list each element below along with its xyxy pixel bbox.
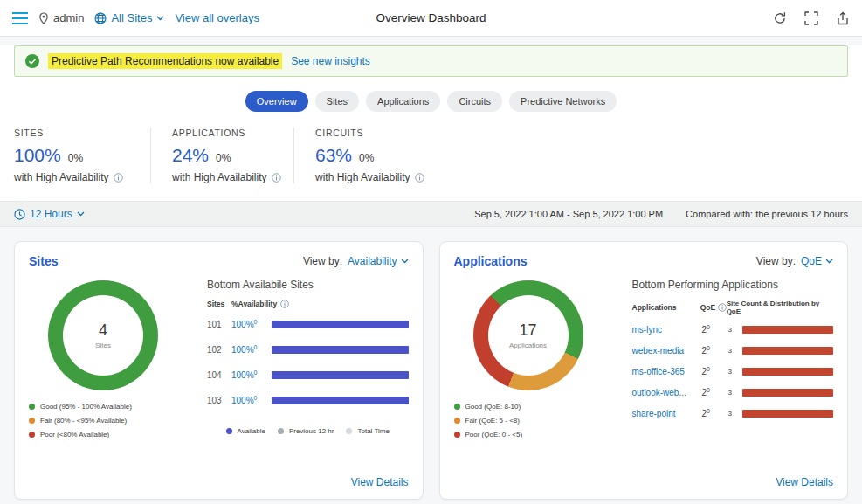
availability-bar bbox=[272, 346, 409, 354]
legend-poor: Poor (<80% Available) bbox=[29, 431, 193, 438]
legend-total-time: Total Time bbox=[346, 427, 389, 435]
legend-label: Fair (80% - <95% Available) bbox=[40, 417, 127, 425]
stat-label: CIRCUITS bbox=[315, 128, 437, 138]
availability-value: 100% bbox=[231, 321, 254, 330]
previous-dot-icon bbox=[278, 428, 284, 434]
legend-good: Good (QoE: 8-10) bbox=[454, 403, 618, 411]
app-name-link[interactable]: ms-office-365 bbox=[632, 367, 702, 376]
site-selector[interactable]: All Sites bbox=[94, 11, 164, 24]
refresh-icon[interactable] bbox=[773, 11, 787, 25]
available-dot-icon bbox=[226, 428, 232, 434]
compare-text: Compared with: the previous 12 hours bbox=[686, 209, 848, 219]
stat-circuits: CIRCUITS 63% 0% with High Availability bbox=[293, 128, 437, 183]
summary-stats: SITES 100% 0% with High Availability APP… bbox=[0, 124, 862, 201]
table-row[interactable]: 104 100%0 bbox=[207, 362, 409, 388]
table-row[interactable]: 101 100%0 bbox=[207, 312, 409, 337]
qoe-distribution-bar bbox=[742, 410, 834, 418]
qoe-distribution-bar bbox=[742, 368, 834, 376]
table-row[interactable]: webex-media 20 3 bbox=[632, 340, 834, 361]
applications-view-details-link[interactable]: View Details bbox=[776, 476, 833, 488]
view-by-availability-dropdown[interactable]: Availability bbox=[348, 255, 408, 267]
legend-label: Good (QoE: 8-10) bbox=[465, 403, 521, 411]
table-row[interactable]: share-point 20 3 bbox=[632, 403, 834, 424]
user-indicator[interactable]: admin bbox=[38, 11, 84, 24]
legend-label: Poor (<80% Available) bbox=[40, 431, 109, 438]
tab-sites[interactable]: Sites bbox=[315, 91, 359, 112]
table-row[interactable]: ms-office-365 20 3 bbox=[632, 361, 834, 382]
menu-icon[interactable] bbox=[12, 12, 28, 24]
app-name-link[interactable]: ms-lync bbox=[632, 325, 702, 335]
apps-donut-value: 17 bbox=[519, 321, 536, 340]
stat-caption: with High Availability bbox=[315, 171, 410, 183]
check-circle-icon bbox=[25, 54, 39, 68]
stat-sites: SITES 100% 0% with High Availability bbox=[14, 128, 150, 183]
apps-donut-label: Applications bbox=[509, 342, 547, 349]
availability-bar bbox=[272, 321, 409, 328]
time-range-selector[interactable]: 12 Hours bbox=[14, 208, 85, 220]
view-by-value: Availability bbox=[348, 255, 397, 267]
info-icon[interactable] bbox=[114, 173, 123, 183]
legend-label: Total Time bbox=[357, 427, 389, 435]
sites-view-details-link[interactable]: View Details bbox=[351, 476, 409, 488]
good-dot-icon bbox=[454, 404, 460, 410]
legend-good: Good (95% - 100% Available) bbox=[29, 403, 193, 411]
legend-fair: Fair (QoE: 5 - <8) bbox=[454, 417, 618, 425]
chevron-down-icon bbox=[401, 259, 409, 264]
sites-donut-label: Sites bbox=[95, 342, 111, 349]
site-id: 102 bbox=[207, 345, 231, 355]
view-by-label: View by: bbox=[756, 255, 796, 267]
view-all-overlays-link[interactable]: View all overlays bbox=[175, 11, 259, 24]
sites-card-title: Sites bbox=[29, 254, 58, 268]
stat-delta: 0% bbox=[359, 152, 374, 164]
qoe-distribution-bar bbox=[742, 326, 834, 334]
applications-donut-chart[interactable]: 17 Applications bbox=[473, 280, 583, 390]
legend-available: Available bbox=[226, 427, 265, 435]
export-icon[interactable] bbox=[836, 11, 850, 25]
see-new-insights-link[interactable]: See new insights bbox=[291, 55, 370, 67]
tab-circuits[interactable]: Circuits bbox=[447, 91, 502, 112]
tab-applications[interactable]: Applications bbox=[366, 91, 440, 112]
fair-dot-icon bbox=[29, 418, 35, 424]
poor-dot-icon bbox=[454, 432, 460, 438]
stat-label: APPLICATIONS bbox=[172, 128, 293, 138]
availability-value: 100% bbox=[231, 346, 254, 356]
stat-delta: 0% bbox=[216, 152, 231, 164]
table-row[interactable]: 102 100%0 bbox=[207, 337, 409, 362]
fullscreen-icon[interactable] bbox=[804, 11, 818, 25]
info-icon[interactable] bbox=[272, 173, 281, 183]
time-range-label: 12 Hours bbox=[30, 208, 72, 220]
chevron-down-icon bbox=[825, 259, 833, 264]
stat-applications: APPLICATIONS 24% 0% with High Availabili… bbox=[150, 128, 293, 183]
qoe-sup: 0 bbox=[707, 345, 710, 351]
info-icon[interactable] bbox=[718, 303, 727, 312]
app-name-link[interactable]: share-point bbox=[632, 409, 702, 418]
chevron-down-icon bbox=[77, 211, 85, 217]
qoe-sup: 0 bbox=[707, 408, 710, 414]
app-name-link[interactable]: outlook-web... bbox=[632, 388, 702, 397]
info-icon[interactable] bbox=[415, 173, 424, 183]
app-name-link[interactable]: webex-media bbox=[632, 346, 702, 356]
stat-caption: with High Availability bbox=[14, 171, 109, 183]
col-applications: Applications bbox=[632, 303, 700, 312]
stat-delta: 0% bbox=[68, 152, 83, 164]
table-row[interactable]: ms-lync 20 3 bbox=[632, 319, 834, 340]
top-navigation-bar: admin All Sites View all overlays Overvi… bbox=[0, 0, 862, 37]
sites-donut-chart[interactable]: 4 Sites bbox=[48, 280, 158, 390]
tab-predictive-networks[interactable]: Predictive Networks bbox=[509, 91, 617, 112]
view-by-qoe-dropdown[interactable]: QoE bbox=[801, 255, 833, 267]
qoe-sup: 0 bbox=[707, 387, 710, 393]
fair-dot-icon bbox=[454, 418, 460, 424]
site-id: 104 bbox=[207, 370, 231, 380]
table-row[interactable]: outlook-web... 20 3 bbox=[632, 382, 834, 403]
table-row[interactable]: 103 100%0 bbox=[207, 388, 409, 413]
tab-overview[interactable]: Overview bbox=[245, 91, 308, 112]
applications-card: Applications View by: QoE 17 Application… bbox=[439, 241, 849, 500]
availability-value: 100% bbox=[231, 397, 254, 406]
sites-card: Sites View by: Availability 4 Sites bbox=[14, 241, 424, 500]
site-id: 101 bbox=[207, 320, 231, 329]
stat-value: 24% bbox=[172, 145, 209, 166]
qoe-distribution-bar bbox=[742, 389, 834, 397]
info-icon[interactable] bbox=[280, 300, 289, 308]
availability-sup: 0 bbox=[254, 344, 258, 350]
site-count: 3 bbox=[728, 326, 742, 334]
